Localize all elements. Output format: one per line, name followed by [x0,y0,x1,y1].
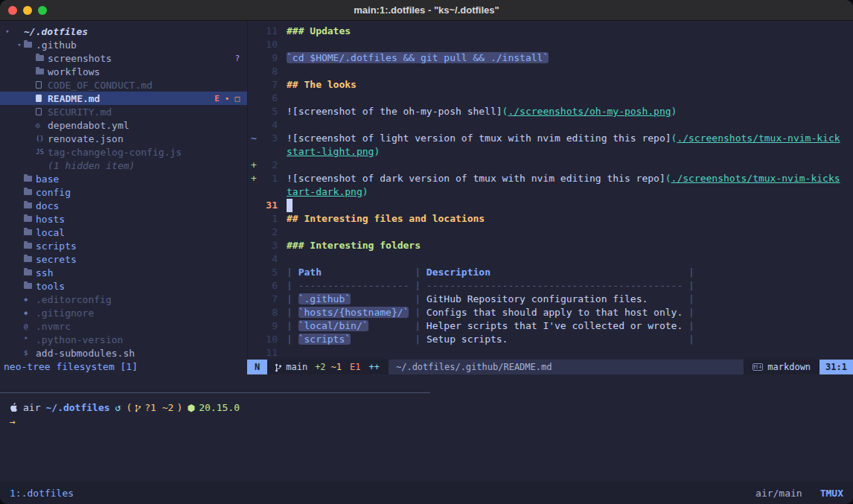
tree-item-nvmrc[interactable]: @.nvmrc [0,319,247,333]
line-number: 11 [260,25,278,38]
tree-item-label: .editorconfig [36,294,112,305]
titlebar[interactable]: main:1:.dotfiles - "ks~/.dotfiles" [0,0,853,21]
tree-item-label: .gitignore [36,307,94,319]
sh-icon: $ [24,349,36,357]
tree-item-add-submodules[interactable]: $add-submodules.sh [0,346,247,360]
tree-item-base-dir[interactable]: base [0,172,247,185]
line-number: 7 [260,78,278,92]
tree-item-secrets-dir[interactable]: secrets [0,252,247,266]
zoom-button[interactable] [38,6,47,15]
line-text: ### Interesting folders [287,239,421,252]
tmux-window-label[interactable]: 1:.dotfiles [10,488,74,499]
branch-icon [135,401,141,415]
editor-pane[interactable]: 11### Updates 10 9`cd $HOME/.dotfiles &&… [247,21,853,360]
editor-line[interactable]: +2 [248,159,853,172]
tree-item-dependabot[interactable]: ◎dependabot.yml [0,118,247,132]
editor-line[interactable]: 1## Interesting files and locations [248,212,853,226]
line-number: 3 [260,132,278,145]
gutter-spacer [248,65,260,78]
editor-line[interactable]: 10 [248,38,853,51]
tree-item-badges: ? [234,51,240,65]
tree-item-github-dir[interactable]: ▾.github [0,38,247,51]
editor-line[interactable]: 9`cd $HOME/.dotfiles && git pull && ./in… [248,51,853,65]
statusline: N main +2 ~1 E1 ++ ~/.dotfiles/.github/R… [247,360,853,374]
gear-icon: ◎ [36,121,48,129]
tree-item-dotfiles-root[interactable]: ▾~/.dotfiles [0,25,247,38]
editor-line[interactable]: 7| `.github` | GitHub Repository configu… [248,293,853,306]
tree-item-hidden-count[interactable]: (1 hidden item) [0,159,247,172]
plugin-updates: ++ [369,362,380,372]
editor-line[interactable]: 3### Interesting folders [248,239,853,252]
tree-item-label: tag-changelog-config.js [48,147,182,158]
editor-line[interactable]: 11 [248,346,853,360]
editor-line[interactable]: 9| `local/bin/` | Helper scripts that I'… [248,319,853,333]
tree-item-label: (1 hidden item) [48,160,135,171]
tree-item-code-of-conduct[interactable]: CODE_OF_CONDUCT.md [0,78,247,92]
tree-item-editorconfig[interactable]: ◈.editorconfig [0,293,247,306]
tree-item-hosts-dir[interactable]: hosts [0,212,247,226]
tree-item-config-dir[interactable]: config [0,185,247,199]
line-text: ![screenshot of light version of tmux wi… [287,132,840,145]
close-button[interactable] [8,6,17,15]
tmux-statusbar: 1:.dotfiles air/main TMUX [0,482,853,504]
refresh-icon: ↺ [115,401,121,415]
tree-item-workflows-dir[interactable]: workflows [0,65,247,78]
tree-item-ssh-dir[interactable]: ssh [0,266,247,279]
editor-line[interactable]: 4 [248,118,853,132]
neotree-statusline: neo-tree filesystem [1] [0,360,247,374]
tree-item-screenshots-dir[interactable]: screenshots? [0,51,247,65]
line-text: `cd $HOME/.dotfiles && git pull && ./ins… [287,51,549,65]
git-status-badge: ? [234,54,240,63]
editor-line[interactable]: 7## The looks [248,78,853,92]
line-text [287,199,293,212]
pane-divider[interactable] [0,392,853,393]
editor-line[interactable]: tart-dark.png) [248,185,853,199]
line-number: 4 [260,252,278,266]
tree-item-local-dir[interactable]: local [0,226,247,239]
tree-item-scripts-dir[interactable]: scripts [0,239,247,252]
line-number: 6 [260,279,278,293]
terminal-shell-pane[interactable]: air ~/.dotfiles ↺ ( ?1 ~2 ) 20.15.0 → [0,393,853,482]
editor-line[interactable]: 5![screenshot of the oh-my-posh shell](.… [248,105,853,118]
chevron-down-icon[interactable]: ▾ [3,28,12,35]
tree-item-readme[interactable]: README.mdE•□ [0,92,247,105]
editor-line[interactable]: 4 [248,252,853,266]
tree-item-renovate[interactable]: {}renovate.json [0,132,247,145]
editor-line[interactable]: 8| `hosts/{hostname}/` | Configs that sh… [248,306,853,319]
editor-line[interactable]: 2 [248,226,853,239]
neo-tree-sidebar[interactable]: ▾~/.dotfiles▾.githubscreenshots?workflow… [0,21,247,360]
tree-item-tag-changelog[interactable]: JStag-changelog-config.js [0,145,247,159]
editor-line[interactable]: 31 [248,199,853,212]
text-cursor [287,199,293,212]
tree-item-label: docs [36,200,59,211]
minimize-button[interactable] [23,6,32,15]
editor-line[interactable]: 6 [248,92,853,105]
shell-input-line[interactable]: → [10,415,853,429]
chevron-down-icon[interactable]: ▾ [15,41,24,48]
tree-item-label: local [36,227,65,238]
tree-item-docs-dir[interactable]: docs [0,199,247,212]
tree-item-tools-dir[interactable]: tools [0,279,247,293]
editor-line[interactable]: 6| ------------------- | ---------------… [248,279,853,293]
js-icon: JS [36,148,48,156]
editor-line[interactable]: 10| `scripts` | Setup scripts. | [248,333,853,346]
editor-line[interactable]: 8 [248,65,853,78]
editor-line[interactable]: +1![screenshot of dark version of tmux w… [248,172,853,185]
diff-added: +2 [315,362,325,372]
tree-item-gitignore[interactable]: ◆.gitignore [0,306,247,319]
git-branch[interactable]: main [267,362,315,372]
diff-changed: ~1 [331,362,342,372]
tree-item-label: base [36,173,59,185]
folder-icon [36,55,48,61]
editor-line[interactable]: ~3![screenshot of light version of tmux … [248,132,853,145]
editor-line[interactable]: start-light.png) [248,145,853,159]
line-number: 9 [260,319,278,333]
editor-line[interactable]: 5| Path | Description | [248,266,853,279]
file-path[interactable]: ~/.dotfiles/.github/README.md [389,360,744,374]
editor-line[interactable]: 11### Updates [248,25,853,38]
tree-item-security[interactable]: SECURITY.md [0,105,247,118]
line-number: 8 [260,306,278,319]
tree-item-python-version[interactable]: *.python-version [0,333,247,346]
line-text: ## Interesting files and locations [287,212,485,226]
tree-item-label: config [36,187,71,198]
